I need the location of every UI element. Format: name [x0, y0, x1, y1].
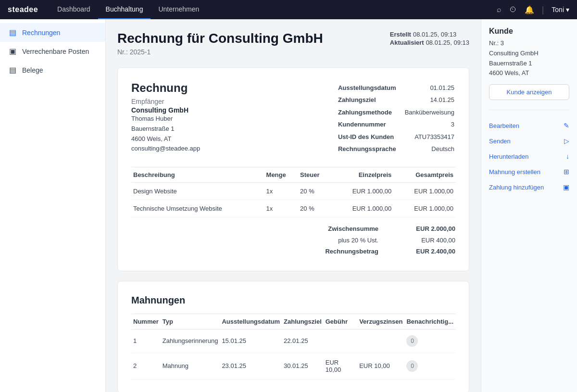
app-logo: steadee	[8, 5, 38, 14]
rp-kunde-title: Kunde	[489, 27, 569, 36]
invoice-details-table: Ausstellungsdatum 01.01.25 Zahlungsziel …	[337, 81, 455, 155]
layout: ▤ Rechnungen ▣ Verrechenbare Posten ▤ Be…	[0, 19, 577, 392]
detail-row-4: Ust-ID des Kunden ATU73353417	[338, 131, 454, 142]
page-title: Rechnung für Consulting GmbH	[117, 31, 323, 46]
sidebar-item-belege[interactable]: ▤ Belege	[0, 61, 105, 79]
kunde-anzeigen-button[interactable]: Kunde anzeigen	[489, 84, 569, 100]
rechnungen-icon: ▤	[8, 28, 17, 37]
edit-icon: ✎	[564, 122, 569, 129]
nav-buchhaltung[interactable]: Buchhaltung	[98, 0, 151, 19]
detail-row-5: Rechnungssprache Deutsch	[338, 143, 454, 154]
line-item-0: Design Website 1x 20 % EUR 1.000,00 EUR …	[131, 183, 455, 200]
mah-col-verzugszinsen: Verzugszinsen	[357, 314, 404, 329]
belege-icon: ▤	[8, 65, 17, 75]
sidebar-item-rechnungen[interactable]: ▤ Rechnungen	[0, 23, 105, 42]
page-header: Rechnung für Consulting GmbH Nr.: 2025-1…	[117, 31, 469, 56]
mahnung-icon: ⊞	[564, 168, 569, 176]
recipient-label: Empfänger	[131, 98, 200, 105]
sidebar: ▤ Rechnungen ▣ Verrechenbare Posten ▤ Be…	[0, 19, 106, 392]
bell-icon[interactable]: 🔔	[525, 5, 534, 14]
action-mahnung[interactable]: Mahnung erstellen ⊞	[489, 164, 569, 179]
rp-kunde-number: Nr.: 3	[489, 38, 569, 49]
mah-col-typ: Typ	[161, 314, 220, 329]
mah-col-benachrichtigung: Benachrichtig...	[404, 314, 455, 329]
rp-actions-section: Bearbeiten ✎ Senden ▷ Herunterladen ↓ Ma…	[489, 118, 569, 195]
invoice-card: Rechnung Empfänger Consulting GmbH Thoma…	[117, 67, 469, 271]
right-panel: Kunde Nr.: 3 Consulting GmbH Bauernstraß…	[481, 19, 577, 392]
mah-col-ausstellungsdatum: Ausstellungsdatum	[220, 314, 282, 329]
verrechenbare-icon: ▣	[8, 47, 17, 56]
download-icon: ↓	[566, 152, 569, 160]
topnav: steadee Dashboard Buchhaltung Unternehme…	[0, 0, 577, 19]
nav-links: Dashboard Buchhaltung Unternehmen	[50, 0, 485, 19]
totals-zwischensumme: Zwischensumme EUR 2.000,00	[131, 223, 455, 234]
nav-unternehmen[interactable]: Unternehmen	[151, 0, 207, 19]
line-items-table: Beschreibung Menge Steuer Einzelpreis Ge…	[131, 167, 455, 217]
col-einzelpreis: Einzelpreis	[332, 167, 394, 183]
mahnungen-header: Nummer Typ Ausstellungsdatum Zahlungszie…	[131, 314, 455, 329]
line-items-header: Beschreibung Menge Steuer Einzelpreis Ge…	[131, 167, 455, 183]
totals-section: Zwischensumme EUR 2.000,00 plus 20 % Ust…	[131, 223, 455, 257]
main-content: Rechnung für Consulting GmbH Nr.: 2025-1…	[106, 19, 481, 392]
col-gesamtpreis: Gesamtpreis	[393, 167, 455, 183]
sidebar-item-verrechenbare[interactable]: ▣ Verrechenbare Posten	[0, 42, 105, 61]
totals-ust: plus 20 % Ust. EUR 400,00	[131, 235, 455, 246]
invoice-right: Ausstellungsdatum 01.01.25 Zahlungsziel …	[337, 81, 455, 155]
user-menu[interactable]: Toni ▾	[552, 6, 569, 13]
meta-aktualisiert-row: Aktualisiert 08.01.25, 09:13	[390, 39, 469, 46]
mah-col-nummer: Nummer	[131, 314, 161, 329]
zahlung-icon: ▣	[563, 183, 569, 191]
recipient-name: Consulting GmbH	[131, 106, 200, 114]
rp-kunde-address: Bauernstraße 1	[489, 59, 569, 69]
action-herunterladen[interactable]: Herunterladen ↓	[489, 149, 569, 164]
line-item-1: Technische Umsetzung Website 1x 20 % EUR…	[131, 200, 455, 217]
mahnungen-title: Mahnungen	[131, 295, 455, 306]
detail-row-0: Ausstellungsdatum 01.01.25	[338, 82, 454, 93]
detail-row-2: Zahlungsmethode Banküberweisung	[338, 107, 454, 118]
col-steuer: Steuer	[298, 167, 332, 183]
col-menge: Menge	[264, 167, 299, 183]
page-meta: Erstellt 08.01.25, 09:13 Aktualisiert 08…	[390, 31, 469, 47]
mah-col-gebuehr: Gebühr	[324, 314, 357, 329]
nav-divider: |	[542, 5, 544, 15]
topnav-right: ⌕ ⏲ 🔔 | Toni ▾	[497, 5, 569, 15]
benachrichtigung-badge-0: 0	[406, 335, 418, 347]
mahnungen-row-0: 1 Zahlungserinnerung 15.01.25 22.01.25 0	[131, 329, 455, 353]
rp-kunde-section: Kunde Nr.: 3 Consulting GmbH Bauernstraß…	[489, 27, 569, 100]
mahnungen-card: Mahnungen Nummer Typ Ausstellungsdatum Z…	[117, 281, 469, 392]
chevron-down-icon: ▾	[566, 6, 569, 13]
search-icon[interactable]: ⌕	[497, 5, 502, 14]
totals-rechnungsbetrag: Rechnungsbetrag EUR 2.400,00	[131, 246, 455, 257]
action-senden[interactable]: Senden ▷	[489, 133, 569, 149]
action-zahlung[interactable]: Zahlung hinzufügen ▣	[489, 179, 569, 195]
benachrichtigung-badge-1: 0	[406, 360, 418, 372]
detail-row-1: Zahlungsziel 14.01.25	[338, 94, 454, 105]
page-number: Nr.: 2025-1	[117, 48, 323, 56]
action-bearbeiten[interactable]: Bearbeiten ✎	[489, 118, 569, 133]
invoice-left: Rechnung Empfänger Consulting GmbH Thoma…	[131, 81, 200, 154]
detail-row-3: Kundennummer 3	[338, 119, 454, 130]
invoice-header: Rechnung Empfänger Consulting GmbH Thoma…	[131, 81, 455, 155]
rp-kunde-name: Consulting GmbH	[489, 49, 569, 59]
recipient-address: Thomas Huber Bauernstraße 1 4600 Wels, A…	[131, 114, 200, 154]
nav-dashboard[interactable]: Dashboard	[50, 0, 98, 19]
page-title-block: Rechnung für Consulting GmbH Nr.: 2025-1	[117, 31, 323, 56]
clock-icon[interactable]: ⏲	[509, 5, 517, 14]
rp-kunde-city: 4600 Wels, AT	[489, 68, 569, 78]
mahnungen-table: Nummer Typ Ausstellungsdatum Zahlungszie…	[131, 314, 455, 379]
send-icon: ▷	[564, 137, 569, 145]
invoice-title: Rechnung	[131, 81, 200, 95]
col-beschreibung: Beschreibung	[131, 167, 264, 183]
mah-col-zahlungsziel: Zahlungsziel	[282, 314, 324, 329]
rp-divider	[489, 110, 569, 110]
meta-erstellt-row: Erstellt 08.01.25, 09:13	[390, 31, 469, 38]
mahnungen-row-1: 2 Mahnung 23.01.25 30.01.25 EUR 10,00 EU…	[131, 353, 455, 379]
